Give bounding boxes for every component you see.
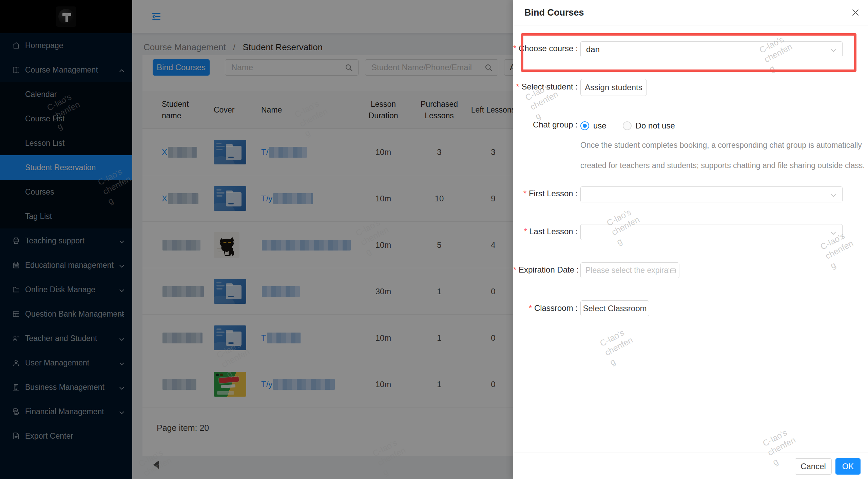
app-root: Homepage Course Management Calendar Cour… [0,0,868,479]
bind-courses-drawer: Bind Courses Choose course dan Select st… [513,0,868,479]
ok-button[interactable]: OK [835,458,861,475]
expiration-date-label: Expiration Date [513,265,578,275]
classroom-label: Classroom [513,303,578,313]
cancel-button[interactable]: Cancel [795,458,832,475]
drawer-header-divider [513,25,868,25]
last-lesson-label: Last Lesson [513,227,578,236]
chevron-down-icon [830,229,837,236]
expiration-date-field [580,262,679,278]
chat-group-help-line2: created for teachers and students; suppo… [580,161,865,170]
select-student-label: Select student [513,82,578,92]
calendar-icon [670,267,676,274]
expiration-date-input[interactable] [581,263,679,278]
first-lesson-select[interactable] [580,186,843,202]
drawer-title: Bind Courses [524,0,584,25]
first-lesson-label: First Lesson [513,189,578,198]
choose-course-value: dan [586,45,600,54]
chat-group-label: Chat group [513,120,578,129]
close-icon[interactable] [850,7,861,18]
drawer-footer-divider [513,453,868,453]
choose-course-select[interactable]: dan [580,41,843,57]
chat-group-help-line1: Once the student completes booking, a co… [580,141,862,150]
select-classroom-button[interactable]: Select Classroom [580,300,649,316]
radio-do-not-use-label[interactable]: Do not use [636,121,675,131]
radio-do-not-use[interactable] [623,121,632,130]
assign-students-button[interactable]: Assign students [580,79,647,96]
chat-group-radio-group: use Do not use [580,121,675,131]
radio-use-label[interactable]: use [593,121,606,131]
chevron-down-icon [830,46,837,53]
choose-course-label: Choose course [513,44,578,53]
chevron-down-icon [830,192,837,198]
last-lesson-select[interactable] [580,224,843,240]
radio-use[interactable] [580,121,589,130]
